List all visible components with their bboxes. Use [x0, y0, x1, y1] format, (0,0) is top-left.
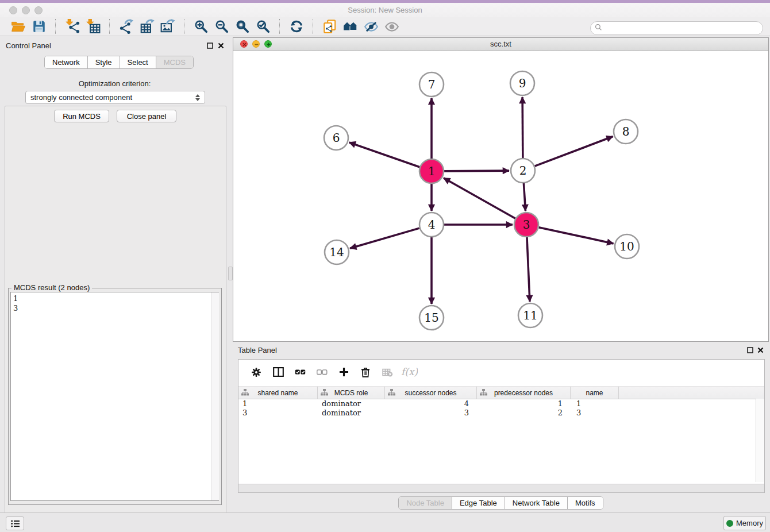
- save-icon: [32, 19, 47, 34]
- edge-3-1[interactable]: [444, 178, 515, 218]
- float-panel-icon[interactable]: [207, 42, 213, 51]
- control-panel-title: Control Panel: [6, 41, 51, 50]
- toolbar-separator: [184, 19, 185, 34]
- close-window-icon[interactable]: [9, 6, 17, 14]
- org-chart-icon: [480, 389, 487, 398]
- import-table-button[interactable]: [83, 18, 103, 34]
- zoom-in-icon: [194, 19, 209, 34]
- table-settings-button[interactable]: [245, 364, 267, 382]
- minimize-window-icon[interactable]: [22, 6, 30, 14]
- table-tab-network-table[interactable]: Network Table: [505, 497, 567, 509]
- network-close-icon[interactable]: [240, 40, 248, 48]
- criterion-dropdown-value: strongly connected component: [30, 93, 132, 102]
- zoom-fit-button[interactable]: [232, 18, 253, 34]
- task-history-button[interactable]: [6, 516, 24, 530]
- network-view-window: scc.txt 7968124314101511: [233, 37, 769, 342]
- network-minimize-icon[interactable]: [252, 40, 260, 48]
- import-network-button[interactable]: [62, 18, 83, 34]
- toolbar-group: [186, 19, 278, 34]
- edge-1-2[interactable]: [444, 171, 509, 171]
- column-header-predecessor-nodes[interactable]: predecessor nodes: [477, 387, 571, 399]
- run-mcds-button[interactable]: Run MCDS: [54, 110, 109, 122]
- zoom-out-button[interactable]: [211, 18, 232, 34]
- tab-network[interactable]: Network: [45, 56, 87, 68]
- table-cell: 1: [477, 399, 571, 408]
- export-image-button[interactable]: [157, 18, 178, 34]
- show-columns-button[interactable]: [289, 364, 311, 382]
- edge-2-8[interactable]: [535, 137, 613, 167]
- network-graph-canvas[interactable]: 7968124314101511: [233, 51, 768, 342]
- duplicate-network-button[interactable]: [319, 18, 340, 34]
- hide-columns-button[interactable]: [311, 364, 333, 382]
- close-table-panel-icon[interactable]: [757, 346, 764, 355]
- tab-mcds[interactable]: MCDS: [156, 56, 193, 68]
- column-header-successor-nodes[interactable]: successor nodes: [385, 387, 477, 399]
- table-tab-node-table[interactable]: Node Table: [399, 497, 452, 509]
- network-maximize-icon[interactable]: [264, 40, 272, 48]
- node-table-container: f(x) shared nameMCDS rolesuccessor nodes…: [238, 359, 765, 493]
- search-input[interactable]: [605, 22, 763, 34]
- search-icon: [595, 24, 602, 33]
- table-scrollbar[interactable]: [756, 399, 764, 482]
- export-network-button[interactable]: [116, 18, 137, 34]
- edge-2-3[interactable]: [523, 183, 525, 211]
- memory-status-icon: [726, 520, 733, 527]
- edge-3-10[interactable]: [538, 228, 613, 244]
- result-scrollbar[interactable]: [211, 292, 219, 500]
- table-tab-edge-table[interactable]: Edge Table: [452, 497, 505, 509]
- folder-open-icon: [11, 19, 26, 34]
- toolbar-separator: [313, 19, 314, 34]
- save-session-button[interactable]: [29, 18, 49, 34]
- tab-select[interactable]: Select: [120, 56, 156, 68]
- split-panel-button[interactable]: [267, 364, 289, 382]
- open-session-button[interactable]: [8, 18, 29, 34]
- graph-node-label: 7: [428, 78, 436, 91]
- control-panel-tabs: NetworkStyleSelectMCDS: [44, 56, 194, 69]
- edge-2-9[interactable]: [522, 97, 523, 158]
- edge-3-11[interactable]: [527, 237, 530, 302]
- mcds-result-list[interactable]: 13: [10, 292, 219, 501]
- table-tab-motifs[interactable]: Motifs: [567, 497, 603, 509]
- zoom-selected-button[interactable]: [253, 18, 274, 34]
- memory-button[interactable]: Memory: [723, 516, 766, 530]
- svg-text:f(x): f(x): [401, 366, 418, 377]
- column-header-shared-name[interactable]: shared name: [238, 387, 318, 399]
- column-header-MCDS-role[interactable]: MCDS role: [318, 387, 385, 399]
- table-row[interactable]: 3dominator323: [238, 408, 764, 418]
- delete-columns-button[interactable]: [355, 364, 376, 382]
- table-row[interactable]: 1dominator411: [238, 399, 764, 408]
- table-header-row: shared nameMCDS rolesuccessor nodesprede…: [238, 387, 764, 399]
- trash-icon: [360, 367, 371, 380]
- criterion-dropdown[interactable]: strongly connected component: [25, 91, 205, 104]
- divider-grip-vertical[interactable]: [228, 267, 233, 280]
- hide-selected-button[interactable]: [361, 18, 382, 34]
- zoom-window-icon[interactable]: [34, 6, 43, 14]
- toolbar-separator: [109, 19, 110, 34]
- close-panel-icon[interactable]: [218, 42, 224, 51]
- graph-node-label: 15: [424, 311, 438, 325]
- gear-icon: [251, 367, 262, 380]
- search-box[interactable]: [590, 21, 763, 35]
- app-title: Session: New Session: [0, 3, 770, 17]
- import-network-icon: [65, 19, 80, 34]
- first-neighbors-button[interactable]: [340, 18, 361, 34]
- toolbar-group: [3, 19, 54, 34]
- table-cell: 1: [571, 399, 619, 408]
- tab-style[interactable]: Style: [87, 56, 120, 68]
- table-panel-title: Table Panel: [238, 346, 277, 354]
- zoom-in-button[interactable]: [191, 18, 211, 34]
- duplicate-network-icon: [322, 19, 337, 34]
- export-table-button[interactable]: [137, 18, 157, 34]
- edge-1-6[interactable]: [349, 142, 420, 167]
- refresh-layout-button[interactable]: [286, 18, 307, 34]
- add-column-button[interactable]: [333, 364, 355, 382]
- graph-node-label: 11: [523, 309, 537, 322]
- graph-node-label: 1: [428, 164, 436, 178]
- show-all-button[interactable]: [382, 18, 402, 34]
- traffic-lights[interactable]: [9, 6, 47, 16]
- edge-4-14[interactable]: [350, 228, 419, 248]
- column-header-name[interactable]: name: [571, 387, 619, 399]
- close-panel-button[interactable]: Close panel: [117, 110, 176, 122]
- graph-node-label: 4: [428, 218, 436, 232]
- float-table-panel-icon[interactable]: [747, 346, 753, 355]
